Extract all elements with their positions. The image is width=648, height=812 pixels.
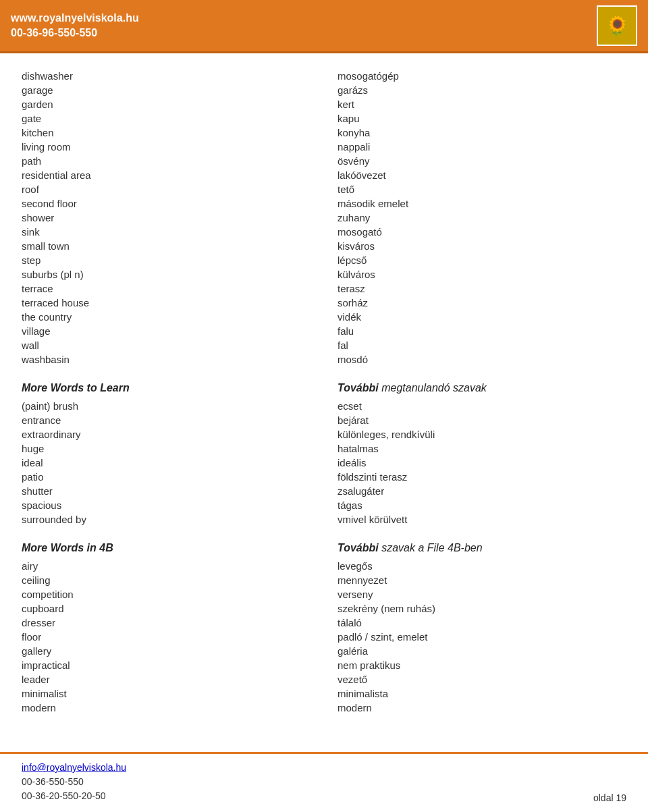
page-footer: info@royalnyelviskola.hu 00-36-550-550 0… [0,752,648,810]
vocab-hu: második emelet [338,197,626,210]
vocab-hu: külváros [338,268,626,281]
vocab-hu: bejárat [338,414,626,427]
vocab-en: spacious [22,499,310,512]
vocab-hu: galéria [338,645,626,657]
vocab-en: terrace [22,282,310,295]
vocab-hu: mennyezet [338,574,626,587]
vocab-en: residential area [22,169,310,182]
vocab-en: suburbs (pl n) [22,268,310,281]
vocab-en: garage [22,84,310,97]
vocab-en: gate [22,112,310,125]
vocab-en: second floor [22,197,310,210]
vocab-hu: ösvény [338,155,626,167]
header-url: www.royalnyelviskola.hu [11,12,139,24]
vocab-en: washbasin [22,353,310,366]
vocab-en: living room [22,140,310,153]
footer-phone2: 00-36-20-550-20-50 [22,790,106,801]
more-words-title-en: More Words to Learn [22,382,310,394]
main-vocab-section: dishwashermosogatógépgaragegarázsgardenk… [22,70,626,366]
vocab-hu: nem praktikus [338,659,626,672]
vocab-hu: mosdó [338,353,626,366]
more-words-section: More Words to Learn További megtanulandó… [22,382,626,526]
vocab-hu: mosogató [338,225,626,238]
vocab-en: competition [22,588,310,601]
logo: 🌻 [597,5,637,46]
footer-contact: info@royalnyelviskola.hu 00-36-550-550 0… [22,761,126,803]
words-4b-title-en: More Words in 4B [22,542,310,554]
vocab-en: gallery [22,645,310,657]
vocab-en: shower [22,211,310,224]
words-4b-title-hu-rest: szavak a File 4B-ben [379,542,483,553]
vocab-en: sink [22,225,310,238]
vocab-hu: tálaló [338,616,626,629]
vocab-en: huge [22,442,310,455]
vocab-hu: lakóövezet [338,169,626,182]
vocab-en: impractical [22,659,310,672]
vocab-hu: minimalista [338,687,626,700]
vocab-en: kitchen [22,126,310,139]
vocab-en: path [22,155,310,167]
vocab-hu: terasz [338,282,626,295]
vocab-en: (paint) brush [22,400,310,412]
vocab-hu: szekrény (nem ruhás) [338,602,626,615]
vocab-hu: falu [338,325,626,337]
vocab-en: terraced house [22,296,310,309]
vocab-hu: lépcső [338,254,626,267]
header-phone: 00-36-96-550-550 [11,27,97,38]
vocab-en: cupboard [22,602,310,615]
words-4b-title-hu-bold: További [338,542,379,553]
vocab-en: small town [22,240,310,252]
vocab-en: dresser [22,616,310,629]
vocab-hu: különleges, rendkívüli [338,428,626,441]
vocab-en: floor [22,630,310,643]
vocab-en: modern [22,701,310,714]
vocab-en: ideal [22,456,310,469]
vocab-en: the country [22,310,310,323]
vocab-en: shutter [22,485,310,497]
vocab-hu: vezető [338,673,626,686]
footer-page: oldal 19 [593,792,626,803]
vocab-hu: ideális [338,456,626,469]
words-4b-section: More Words in 4B További szavak a File 4… [22,542,626,714]
vocab-hu: fal [338,339,626,352]
vocab-en: minimalist [22,687,310,700]
vocab-hu: ecset [338,400,626,412]
more-words-title-hu: További megtanulandó szavak [338,382,626,394]
main-content: dishwashermosogatógépgaragegarázsgardenk… [0,53,648,741]
header-contact: www.royalnyelviskola.hu 00-36-96-550-550 [11,11,139,41]
vocab-hu: konyha [338,126,626,139]
vocab-hu: verseny [338,588,626,601]
vocab-en: airy [22,560,310,572]
vocab-hu: kisváros [338,240,626,252]
vocab-hu: földszinti terasz [338,470,626,483]
words-4b-grid: airylevegősceilingmennyezetcompetitionve… [22,560,626,714]
vocab-hu: mosogatógép [338,70,626,82]
vocab-hu: kapu [338,112,626,125]
vocab-hu: zsalugáter [338,485,626,497]
vocab-hu: modern [338,701,626,714]
vocab-hu: levegős [338,560,626,572]
vocab-en: garden [22,98,310,111]
vocab-en: extraordinary [22,428,310,441]
footer-email[interactable]: info@royalnyelviskola.hu [22,762,126,773]
vocab-hu: zuhany [338,211,626,224]
footer-phone1: 00-36-550-550 [22,776,84,787]
vocab-en: dishwasher [22,70,310,82]
more-words-title-hu-rest: megtanulandó szavak [379,382,487,394]
page-header: www.royalnyelviskola.hu 00-36-96-550-550… [0,0,648,53]
vocab-en: village [22,325,310,337]
vocab-hu: tető [338,183,626,196]
more-words-header: More Words to Learn További megtanulandó… [22,382,626,394]
vocab-en: step [22,254,310,267]
logo-icon: 🌻 [605,15,629,37]
vocab-hu: nappali [338,140,626,153]
vocab-en: patio [22,470,310,483]
more-words-title-hu-bold: További [338,382,379,394]
vocab-hu: garázs [338,84,626,97]
vocab-hu: vmivel körülvett [338,513,626,526]
vocab-en: wall [22,339,310,352]
words-4b-header: More Words in 4B További szavak a File 4… [22,542,626,554]
vocab-en: leader [22,673,310,686]
more-words-grid: (paint) brushecsetentrancebejáratextraor… [22,400,626,526]
vocab-en: entrance [22,414,310,427]
